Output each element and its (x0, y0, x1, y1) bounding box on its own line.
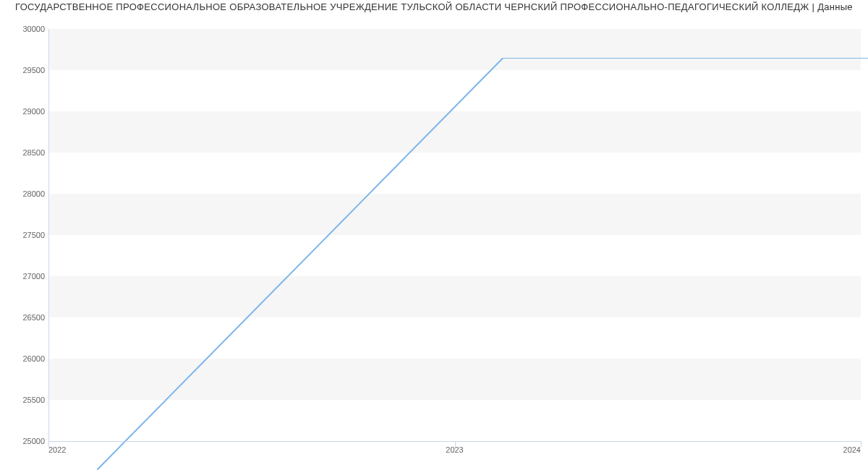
y-tick-label: 28500 (22, 148, 45, 157)
y-tick-label: 26000 (22, 354, 45, 363)
y-tick-label: 26500 (22, 313, 45, 322)
grid-band (48, 111, 861, 153)
y-tick-label: 27500 (22, 231, 45, 239)
grid-band (48, 194, 861, 235)
x-tick-label: 2022 (48, 445, 66, 454)
y-tick-label: 27000 (22, 272, 45, 281)
chart-container: ГОСУДАРСТВЕННОЕ ПРОФЕССИОНАЛЬНОЕ ОБРАЗОВ… (0, 0, 868, 470)
y-tick-label: 28000 (22, 189, 45, 198)
chart-title: ГОСУДАРСТВЕННОЕ ПРОФЕССИОНАЛЬНОЕ ОБРАЗОВ… (0, 1, 868, 12)
x-tick-mark (861, 441, 861, 447)
y-tick-label: 25500 (22, 396, 45, 404)
y-axis (48, 29, 49, 441)
x-tick-mark (48, 441, 49, 447)
grid-band (48, 276, 861, 317)
y-tick-label: 30000 (22, 25, 45, 33)
x-tick-label: 2024 (843, 445, 861, 454)
x-tick-mark (455, 441, 456, 447)
y-tick-label: 29000 (22, 107, 45, 116)
plot-area (48, 29, 861, 441)
y-tick-label: 29500 (22, 66, 45, 74)
grid-band (48, 359, 861, 400)
grid-band (48, 29, 861, 70)
y-tick-label: 25000 (22, 437, 45, 445)
